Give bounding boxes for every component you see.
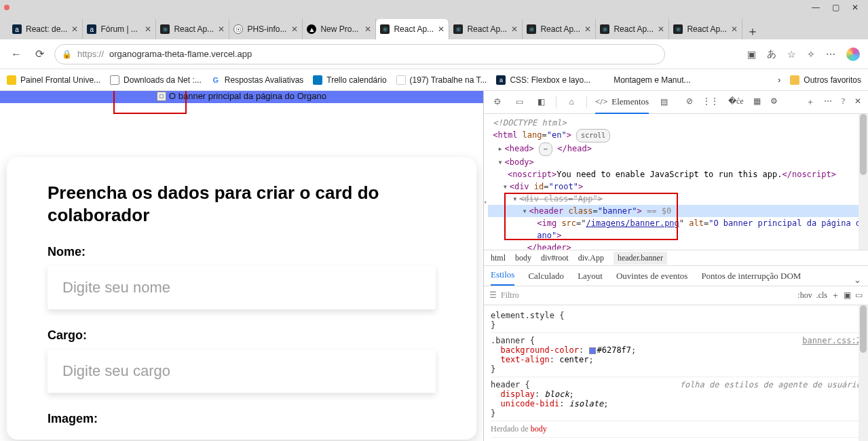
tab-close-icon[interactable]: ✕ (658, 24, 664, 34)
browser-tab[interactable]: ⚛React Ap...✕ (156, 19, 229, 39)
form-heading: Preencha os dados para criar o card do c… (48, 182, 436, 226)
dock-icon[interactable]: ◧ (534, 97, 548, 107)
welcome-icon[interactable]: ⌂ (565, 97, 578, 107)
input-nome[interactable]: Digite seu nome (48, 266, 436, 309)
bookmark-icon: a (496, 75, 506, 85)
elements-tab[interactable]: </>Elementos (595, 91, 649, 114)
cls-toggle[interactable]: .cls (816, 290, 827, 301)
dom-selected-row[interactable]: ▾<header class="banner"> == $0 (488, 205, 864, 217)
tab-close-icon[interactable]: ✕ (218, 24, 225, 34)
tab-close-icon[interactable]: ✕ (731, 24, 738, 34)
new-tab-button[interactable]: ＋ (742, 23, 763, 39)
bookmark-item[interactable]: aCSS: Flexbox e layo... (496, 75, 590, 85)
tab-close-icon[interactable]: ✕ (511, 24, 518, 34)
banner-alt-text: O banner principal da página do Organo (169, 91, 326, 101)
url-host: organograma-theta-flame.vercel.app (109, 49, 252, 59)
styles-rules[interactable]: element.style { } banner.css:2 .banner {… (484, 305, 868, 441)
favicon-icon: ▲ (307, 24, 316, 34)
browser-tab[interactable]: ⚛React Ap...✕ (669, 19, 742, 39)
favicon-icon: a (12, 24, 22, 34)
wifi-icon[interactable]: �će (728, 96, 744, 108)
annotation-box (113, 91, 187, 114)
computed-icon[interactable]: ▭ (855, 290, 863, 301)
box-model-icon[interactable]: ▣ (844, 290, 851, 301)
more-icon[interactable]: ⋯ (826, 49, 835, 60)
url-input[interactable]: 🔒 https://organograma-theta-flame.vercel… (54, 44, 665, 64)
input-cargo[interactable]: Digite seu cargo (48, 349, 436, 393)
add-panel-icon[interactable]: ＋ (806, 96, 814, 108)
bookmark-item[interactable]: (197) Trabalhe na T... (396, 75, 487, 85)
trello-icon (313, 75, 322, 85)
scrollbar[interactable] (858, 114, 868, 250)
bookmark-item[interactable]: Painel Frontal Unive... (7, 75, 100, 85)
styles-tab-calculado[interactable]: Calculado (528, 271, 564, 286)
issues-icon[interactable]: ⊘ (686, 96, 693, 108)
new-style-icon[interactable]: ＋ (831, 290, 839, 301)
tab-close-icon[interactable]: ✕ (438, 24, 445, 34)
help-icon[interactable]: ? (842, 96, 845, 108)
tab-close-icon[interactable]: ✕ (584, 24, 591, 34)
tab-close-icon[interactable]: ✕ (291, 24, 298, 34)
styles-filter-input[interactable]: ☰Filtro (489, 290, 793, 301)
window-close-button[interactable]: ✕ (852, 3, 858, 12)
window-maximize-button[interactable]: ▢ (832, 3, 839, 12)
tab-close-icon[interactable]: ✕ (71, 24, 78, 34)
field-label-nome: Nome: (48, 245, 436, 259)
file-icon (110, 75, 119, 85)
dom-breadcrumb[interactable]: html body div#root div.App header.banner (484, 250, 868, 266)
nav-back-button[interactable]: ← (8, 48, 24, 60)
console-icon[interactable]: ▤ (657, 97, 671, 107)
favorite-icon[interactable]: ☆ (787, 49, 796, 60)
tab-close-icon[interactable]: ✕ (145, 24, 151, 34)
tab-title: React: de... (26, 24, 67, 34)
bookmarks-overflow-icon[interactable]: › (778, 75, 780, 85)
browser-tab[interactable]: ⚛React Ap...✕ (523, 19, 596, 39)
window-minimize-button[interactable]: — (812, 3, 820, 12)
network-conditions-icon[interactable]: ⋮⋮ (702, 96, 719, 108)
tab-close-icon[interactable]: ✕ (364, 24, 371, 34)
chevron-down-icon[interactable]: ⌄ (854, 275, 861, 286)
browser-tab[interactable]: ⚛React Ap...✕ (596, 19, 669, 39)
browser-tab-active[interactable]: ⚛React Ap...✕ (376, 19, 449, 39)
crumb[interactable]: body (515, 253, 531, 263)
bookmark-item[interactable]: Trello calendário (313, 75, 386, 85)
rule-source-link[interactable]: banner.css:2 (802, 336, 861, 345)
more-tools-icon[interactable]: ⋯ (824, 96, 832, 108)
bookmark-item[interactable]: Downloads da Net :... (110, 75, 202, 85)
styles-tab-layout[interactable]: Layout (578, 271, 603, 286)
settings-gear-icon[interactable]: ⚙ (770, 96, 778, 108)
browser-tab[interactable]: ▲New Pro...✕ (303, 19, 376, 39)
tab-title: React Ap... (614, 24, 654, 34)
bookmark-label: Montagem e Manut... (614, 75, 690, 85)
device-toggle-icon[interactable]: ▭ (512, 97, 526, 107)
memory-icon[interactable]: ▦ (753, 96, 761, 108)
devtools-close-icon[interactable]: ✕ (854, 96, 861, 108)
dom-tree[interactable]: <!DOCTYPE html> <html lang="en"> scroll … (484, 114, 868, 250)
other-bookmarks[interactable]: Outros favoritos (790, 75, 861, 85)
nav-reload-button[interactable]: ⟳ (31, 47, 48, 60)
devtools-toolbar: ⯐ ▭ ◧ ⌂ </>Elementos ▤ ⊘ ⋮⋮ �će ▦ ⚙ ＋ ⋯ … (484, 91, 868, 114)
styles-tab-ouvintes[interactable]: Ouvintes de eventos (616, 271, 687, 286)
translate-icon[interactable]: あ (767, 48, 776, 60)
crumb[interactable]: div.App (578, 253, 604, 263)
scrollbar[interactable] (858, 305, 868, 441)
crumb[interactable]: div#root (541, 253, 569, 263)
bookmark-item[interactable]: Montagem e Manut... (600, 75, 690, 85)
styles-tab-pontos[interactable]: Pontos de interrupção DOM (701, 271, 801, 286)
inspect-element-icon[interactable]: ⯐ (491, 97, 504, 107)
copilot-icon[interactable] (846, 47, 860, 61)
extensions-icon[interactable]: ✧ (807, 49, 815, 60)
browser-tab[interactable]: aFórum | ...✕ (83, 19, 156, 39)
reader-icon[interactable]: ▣ (747, 49, 756, 60)
styles-tab-estilos[interactable]: Estilos (491, 269, 514, 286)
browser-tab[interactable]: ⚛React Ap...✕ (449, 19, 523, 39)
field-label-imagem: Imagem: (48, 412, 436, 426)
browser-tab[interactable]: aReact: de...✕ (8, 19, 83, 39)
hov-toggle[interactable]: :hov (797, 290, 812, 301)
crumb[interactable]: html (491, 253, 506, 263)
bookmark-item[interactable]: GRespostas Avaliativas (211, 75, 304, 85)
crumb-active[interactable]: header.banner (614, 252, 667, 265)
dom-row-more-icon[interactable]: ⋯ (484, 195, 487, 208)
browser-tab[interactable]: ☉PHS-info...✕ (229, 19, 303, 39)
bookmark-icon (600, 75, 609, 85)
